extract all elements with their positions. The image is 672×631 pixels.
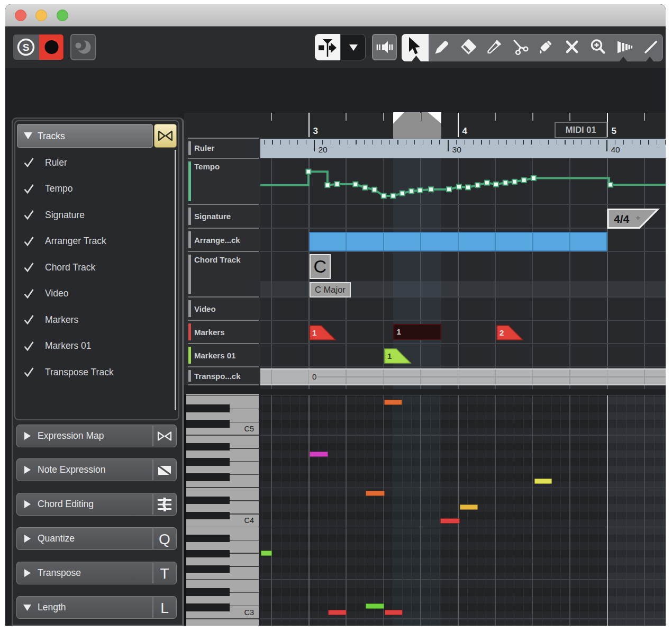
- svg-text:+: +: [635, 213, 640, 222]
- svg-text:2: 2: [500, 328, 504, 337]
- svg-text:1: 1: [387, 351, 392, 360]
- svg-text:S: S: [23, 42, 30, 53]
- svg-text:Q: Q: [159, 531, 170, 547]
- svg-text:T: T: [160, 565, 169, 581]
- svg-text:L: L: [160, 600, 169, 616]
- svg-text:4/4: 4/4: [614, 213, 630, 225]
- svg-text:1: 1: [312, 328, 316, 337]
